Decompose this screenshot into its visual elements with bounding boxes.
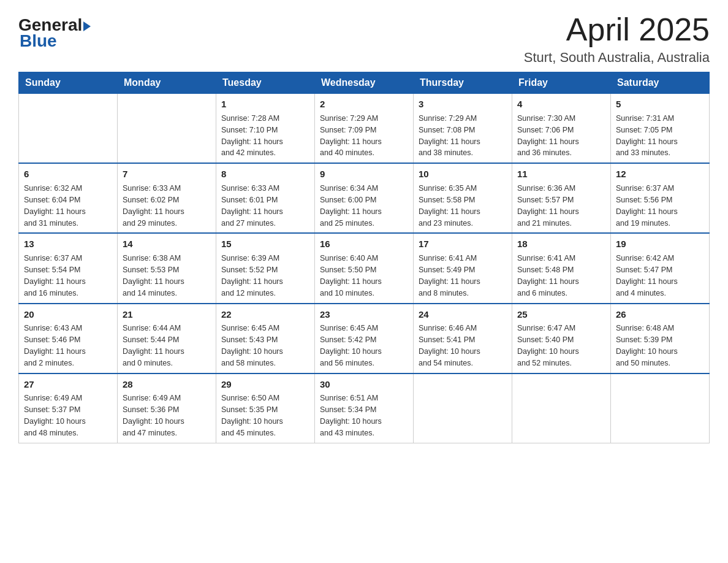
day-info: Sunrise: 6:33 AM Sunset: 6:02 PM Dayligh… xyxy=(123,184,184,228)
calendar-cell: 12Sunrise: 6:37 AM Sunset: 5:56 PM Dayli… xyxy=(611,163,710,233)
calendar-week-row: 20Sunrise: 6:43 AM Sunset: 5:46 PM Dayli… xyxy=(19,304,710,373)
day-number: 30 xyxy=(320,378,408,391)
calendar-cell: 1Sunrise: 7:28 AM Sunset: 7:10 PM Daylig… xyxy=(216,94,315,164)
calendar-cell xyxy=(19,94,118,164)
title-block: April 2025 Sturt, South Australia, Austr… xyxy=(524,12,710,66)
day-number: 20 xyxy=(24,308,112,321)
calendar-week-row: 13Sunrise: 6:37 AM Sunset: 5:54 PM Dayli… xyxy=(19,233,710,303)
day-number: 1 xyxy=(221,98,309,111)
page-header: General Blue April 2025 Sturt, South Aus… xyxy=(18,12,710,66)
day-info: Sunrise: 7:31 AM Sunset: 7:05 PM Dayligh… xyxy=(616,114,678,158)
day-number: 24 xyxy=(419,308,507,321)
day-info: Sunrise: 6:35 AM Sunset: 5:58 PM Dayligh… xyxy=(419,184,480,228)
day-number: 19 xyxy=(616,237,704,251)
day-info: Sunrise: 6:36 AM Sunset: 5:57 PM Dayligh… xyxy=(517,184,579,228)
day-info: Sunrise: 7:29 AM Sunset: 7:08 PM Dayligh… xyxy=(419,114,480,158)
logo: General Blue xyxy=(18,15,91,51)
weekday-header-thursday: Thursday xyxy=(414,72,512,94)
weekday-header-friday: Friday xyxy=(512,72,611,94)
calendar-table: SundayMondayTuesdayWednesdayThursdayFrid… xyxy=(18,72,710,443)
calendar-cell: 27Sunrise: 6:49 AM Sunset: 5:37 PM Dayli… xyxy=(19,373,118,443)
calendar-week-row: 1Sunrise: 7:28 AM Sunset: 7:10 PM Daylig… xyxy=(19,94,710,164)
day-info: Sunrise: 6:34 AM Sunset: 6:00 PM Dayligh… xyxy=(320,184,382,228)
calendar-cell: 24Sunrise: 6:46 AM Sunset: 5:41 PM Dayli… xyxy=(414,304,512,373)
day-number: 11 xyxy=(517,167,605,181)
weekday-header-monday: Monday xyxy=(118,72,216,94)
day-number: 6 xyxy=(24,167,112,181)
day-number: 15 xyxy=(221,237,309,251)
calendar-cell: 17Sunrise: 6:41 AM Sunset: 5:49 PM Dayli… xyxy=(414,233,512,303)
calendar-cell: 30Sunrise: 6:51 AM Sunset: 5:34 PM Dayli… xyxy=(315,373,414,443)
day-info: Sunrise: 6:41 AM Sunset: 5:48 PM Dayligh… xyxy=(517,254,579,297)
day-number: 8 xyxy=(221,167,309,181)
day-number: 18 xyxy=(517,237,605,251)
day-number: 10 xyxy=(419,167,507,181)
day-info: Sunrise: 6:50 AM Sunset: 5:35 PM Dayligh… xyxy=(221,394,283,437)
calendar-week-row: 6Sunrise: 6:32 AM Sunset: 6:04 PM Daylig… xyxy=(19,163,710,233)
calendar-cell: 6Sunrise: 6:32 AM Sunset: 6:04 PM Daylig… xyxy=(19,163,118,233)
day-info: Sunrise: 6:42 AM Sunset: 5:47 PM Dayligh… xyxy=(616,254,678,297)
day-info: Sunrise: 7:30 AM Sunset: 7:06 PM Dayligh… xyxy=(517,114,579,158)
day-number: 23 xyxy=(320,308,408,321)
day-info: Sunrise: 6:49 AM Sunset: 5:37 PM Dayligh… xyxy=(24,394,86,437)
day-info: Sunrise: 6:46 AM Sunset: 5:41 PM Dayligh… xyxy=(419,324,480,367)
calendar-cell: 26Sunrise: 6:48 AM Sunset: 5:39 PM Dayli… xyxy=(611,304,710,373)
day-number: 28 xyxy=(123,378,211,391)
day-number: 16 xyxy=(320,237,408,251)
day-info: Sunrise: 6:49 AM Sunset: 5:36 PM Dayligh… xyxy=(123,394,184,437)
calendar-cell: 14Sunrise: 6:38 AM Sunset: 5:53 PM Dayli… xyxy=(118,233,216,303)
calendar-cell: 21Sunrise: 6:44 AM Sunset: 5:44 PM Dayli… xyxy=(118,304,216,373)
day-number: 25 xyxy=(517,308,605,321)
calendar-cell: 13Sunrise: 6:37 AM Sunset: 5:54 PM Dayli… xyxy=(19,233,118,303)
day-number: 7 xyxy=(123,167,211,181)
calendar-cell xyxy=(414,373,512,443)
day-number: 9 xyxy=(320,167,408,181)
calendar-cell xyxy=(512,373,611,443)
calendar-cell: 5Sunrise: 7:31 AM Sunset: 7:05 PM Daylig… xyxy=(611,94,710,164)
calendar-cell: 9Sunrise: 6:34 AM Sunset: 6:00 PM Daylig… xyxy=(315,163,414,233)
day-number: 17 xyxy=(419,237,507,251)
weekday-header-row: SundayMondayTuesdayWednesdayThursdayFrid… xyxy=(19,72,710,94)
day-info: Sunrise: 7:28 AM Sunset: 7:10 PM Dayligh… xyxy=(221,114,283,158)
calendar-cell: 10Sunrise: 6:35 AM Sunset: 5:58 PM Dayli… xyxy=(414,163,512,233)
calendar-cell: 15Sunrise: 6:39 AM Sunset: 5:52 PM Dayli… xyxy=(216,233,315,303)
day-info: Sunrise: 6:37 AM Sunset: 5:56 PM Dayligh… xyxy=(616,184,678,228)
day-number: 2 xyxy=(320,98,408,111)
day-number: 26 xyxy=(616,308,704,321)
calendar-cell: 28Sunrise: 6:49 AM Sunset: 5:36 PM Dayli… xyxy=(118,373,216,443)
day-number: 22 xyxy=(221,308,309,321)
day-info: Sunrise: 6:51 AM Sunset: 5:34 PM Dayligh… xyxy=(320,394,382,437)
day-info: Sunrise: 6:40 AM Sunset: 5:50 PM Dayligh… xyxy=(320,254,382,297)
logo-blue-text: Blue xyxy=(20,31,57,51)
calendar-cell: 29Sunrise: 6:50 AM Sunset: 5:35 PM Dayli… xyxy=(216,373,315,443)
month-title: April 2025 xyxy=(524,12,710,47)
day-info: Sunrise: 6:39 AM Sunset: 5:52 PM Dayligh… xyxy=(221,254,283,297)
day-info: Sunrise: 6:44 AM Sunset: 5:44 PM Dayligh… xyxy=(123,324,184,367)
calendar-cell: 7Sunrise: 6:33 AM Sunset: 6:02 PM Daylig… xyxy=(118,163,216,233)
weekday-header-wednesday: Wednesday xyxy=(315,72,414,94)
day-number: 4 xyxy=(517,98,605,111)
calendar-cell xyxy=(611,373,710,443)
calendar-cell: 25Sunrise: 6:47 AM Sunset: 5:40 PM Dayli… xyxy=(512,304,611,373)
location-title: Sturt, South Australia, Australia xyxy=(524,50,710,66)
calendar-cell: 19Sunrise: 6:42 AM Sunset: 5:47 PM Dayli… xyxy=(611,233,710,303)
calendar-cell: 3Sunrise: 7:29 AM Sunset: 7:08 PM Daylig… xyxy=(414,94,512,164)
day-number: 27 xyxy=(24,378,112,391)
calendar-cell: 11Sunrise: 6:36 AM Sunset: 5:57 PM Dayli… xyxy=(512,163,611,233)
day-info: Sunrise: 6:38 AM Sunset: 5:53 PM Dayligh… xyxy=(123,254,184,297)
calendar-cell xyxy=(118,94,216,164)
day-number: 3 xyxy=(419,98,507,111)
day-info: Sunrise: 6:41 AM Sunset: 5:49 PM Dayligh… xyxy=(419,254,480,297)
calendar-cell: 23Sunrise: 6:45 AM Sunset: 5:42 PM Dayli… xyxy=(315,304,414,373)
calendar-cell: 2Sunrise: 7:29 AM Sunset: 7:09 PM Daylig… xyxy=(315,94,414,164)
calendar-week-row: 27Sunrise: 6:49 AM Sunset: 5:37 PM Dayli… xyxy=(19,373,710,443)
weekday-header-saturday: Saturday xyxy=(611,72,710,94)
day-info: Sunrise: 6:37 AM Sunset: 5:54 PM Dayligh… xyxy=(24,254,86,297)
calendar-cell: 8Sunrise: 6:33 AM Sunset: 6:01 PM Daylig… xyxy=(216,163,315,233)
day-info: Sunrise: 6:43 AM Sunset: 5:46 PM Dayligh… xyxy=(24,324,86,367)
day-number: 12 xyxy=(616,167,704,181)
calendar-cell: 22Sunrise: 6:45 AM Sunset: 5:43 PM Dayli… xyxy=(216,304,315,373)
day-number: 5 xyxy=(616,98,704,111)
logo-arrow-icon xyxy=(83,21,91,31)
weekday-header-tuesday: Tuesday xyxy=(216,72,315,94)
